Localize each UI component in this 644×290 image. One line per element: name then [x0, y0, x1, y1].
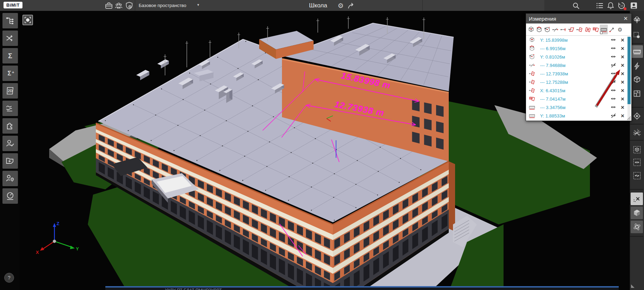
account-icon[interactable]	[630, 1, 638, 10]
delete-measurement-icon[interactable]: ✕	[619, 46, 626, 51]
delete-measurement-icon[interactable]: ✕	[619, 38, 626, 43]
share-icon[interactable]	[347, 1, 355, 10]
close-icon[interactable]: ✕	[623, 15, 629, 22]
delete-measurement-icon[interactable]: ✕	[619, 80, 626, 85]
measure-model-direction-icon-button[interactable]	[543, 25, 551, 34]
toolbar-separator	[630, 43, 643, 44]
delete-measurement-icon[interactable]: ✕	[619, 105, 626, 110]
eye-icon[interactable]	[610, 96, 617, 102]
app-logo[interactable]: BiMiT	[4, 2, 22, 8]
scrollbar-thumb[interactable]	[627, 37, 631, 104]
delete-measurement-icon[interactable]: ✕	[619, 54, 626, 60]
gauge-icon	[5, 191, 15, 201]
clash-icon-button[interactable]	[631, 60, 643, 73]
delete-measurement-icon[interactable]: ✕	[619, 71, 626, 76]
delete-measurement-icon[interactable]: ✕	[619, 63, 626, 68]
shield-user-icon[interactable]	[125, 1, 133, 10]
select-object-icon-button[interactable]	[631, 29, 643, 42]
model-tree-icon-button[interactable]	[2, 13, 18, 28]
measurement-row[interactable]: --- 7.94688м✕	[526, 61, 627, 69]
measurement-row[interactable]: --- 7.04147м✕	[526, 95, 627, 103]
show-icon-button[interactable]	[631, 156, 643, 169]
trend-icon-button[interactable]	[2, 101, 18, 116]
measurement-row[interactable]: --- 12.73938м✕	[526, 69, 627, 78]
locate-icon-button[interactable]	[631, 110, 643, 122]
measure-model-point-icon-button[interactable]	[527, 25, 535, 34]
model-cube-icon-button[interactable]	[631, 207, 643, 219]
measure-ruler-icon-button[interactable]	[600, 25, 608, 34]
measure-face-to-plane-icon-button[interactable]	[592, 25, 600, 34]
user-location-icon	[5, 174, 15, 183]
eye-icon[interactable]	[610, 70, 617, 77]
history-icon[interactable]	[617, 1, 626, 10]
chevron-down-icon[interactable]: ▼	[197, 3, 200, 7]
sum-plus-icon-button[interactable]	[2, 66, 18, 81]
eye-off-icon[interactable]	[610, 62, 617, 68]
gauge-icon-button[interactable]	[2, 188, 18, 204]
notifications-icon[interactable]	[606, 1, 615, 10]
axis-z-label: Z	[57, 221, 59, 226]
measurement-value: --- 3.34756м	[540, 105, 610, 110]
toolbar-separator	[630, 236, 643, 237]
help-button[interactable]: ?	[4, 273, 14, 283]
measure-line-to-plane-icon-button[interactable]	[567, 25, 576, 34]
hide-icon-button[interactable]	[631, 169, 643, 182]
eye-off-icon[interactable]	[610, 113, 617, 119]
eye-icon[interactable]	[610, 104, 617, 110]
plugin-icon-button[interactable]	[2, 118, 18, 134]
panel-resize-handle[interactable]	[626, 116, 631, 120]
eye-icon[interactable]	[610, 37, 617, 43]
search-icon[interactable]	[572, 1, 580, 10]
section-box-icon-button[interactable]	[631, 73, 643, 86]
measure-point-to-point-icon-button[interactable]	[559, 25, 567, 34]
measurement-row[interactable]: --- 12.75288м✕	[526, 78, 627, 86]
eye-off-icon[interactable]	[610, 79, 617, 85]
isolate-icon-button[interactable]	[631, 143, 643, 156]
measurement-row[interactable]: Y: 1.88533м✕	[526, 112, 627, 120]
workspace-selector[interactable]: Базовое пространство	[139, 0, 186, 11]
view-2d-icon-button[interactable]	[2, 83, 18, 99]
measure-model-point-icon	[529, 37, 535, 43]
panel-header[interactable]: Измерения ✕	[526, 14, 631, 23]
measurement-row[interactable]: --- 3.34756м✕	[526, 103, 627, 112]
measurement-row[interactable]: X: 6.43015м✕	[526, 86, 627, 95]
delete-measurement-icon[interactable]: ✕	[619, 96, 626, 102]
shuffle-icon-button[interactable]	[2, 31, 18, 46]
measurements-panel: Измерения ✕ Y: 15.83998м✕--- 6.99156м✕Y:…	[526, 13, 632, 121]
floorplan-icon-button[interactable]	[631, 87, 643, 100]
delete-measurement-icon[interactable]: ✕	[619, 88, 626, 93]
folder-export-icon-button[interactable]	[2, 153, 18, 169]
measure-point-to-plane-icon-button[interactable]	[576, 25, 584, 34]
measure-point-to-point-icon	[560, 26, 567, 33]
briefcase-icon[interactable]	[105, 1, 113, 10]
measurement-row[interactable]: Y: 15.83998м✕	[526, 36, 627, 44]
hide-icon	[633, 171, 641, 180]
delete-measurement-icon[interactable]: ✕	[619, 113, 626, 119]
settings-icon[interactable]	[336, 1, 345, 10]
measure-vector-icon-button[interactable]	[608, 25, 616, 34]
fit-view-button[interactable]	[22, 15, 33, 25]
measure-plane-to-plane-icon-button[interactable]	[584, 25, 592, 34]
measure-line-to-plane-icon	[568, 26, 575, 33]
clear-selection-icon-button[interactable]	[631, 193, 643, 205]
tree-icon-button[interactable]	[631, 14, 643, 26]
measure-model-edge-icon-button[interactable]	[535, 25, 543, 34]
measure-tools-toolbar	[526, 23, 631, 36]
team-icon[interactable]	[114, 1, 123, 10]
user-location-icon-button[interactable]	[2, 171, 18, 186]
measurement-row[interactable]: --- 6.99156м✕	[526, 44, 627, 53]
panel-scrollbar[interactable]	[627, 36, 631, 120]
right-toolbar-resize-corner[interactable]	[631, 284, 635, 288]
measure-settings-icon-button[interactable]	[616, 25, 624, 34]
measurement-row[interactable]: Y: 0.81026м✕	[526, 53, 627, 61]
grids-icon-button[interactable]	[631, 127, 643, 139]
orbit-icon-button[interactable]	[631, 221, 643, 233]
measurements-icon-button[interactable]	[631, 45, 643, 58]
user-check-icon-button[interactable]	[2, 136, 18, 151]
eye-icon[interactable]	[610, 54, 617, 60]
sum-icon-button[interactable]	[2, 48, 18, 63]
eye-icon[interactable]	[610, 87, 617, 94]
measure-point-coordinates-icon-button[interactable]	[551, 25, 559, 34]
eye-icon[interactable]	[610, 45, 617, 52]
list-icon[interactable]	[596, 1, 604, 10]
